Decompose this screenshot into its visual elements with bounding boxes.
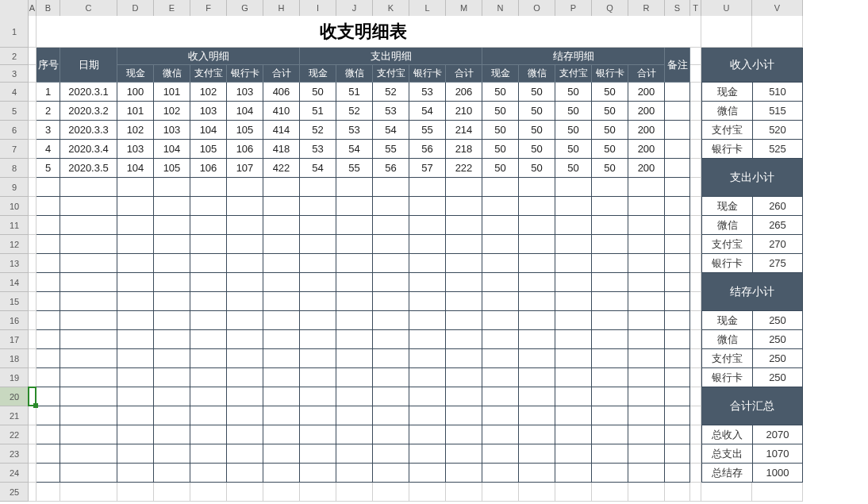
empty-17-2[interactable] <box>60 330 117 349</box>
cell-T5[interactable] <box>690 102 701 121</box>
cell-T10[interactable] <box>690 197 701 216</box>
data-exp-4-2[interactable]: 52 <box>373 83 409 102</box>
cell-T18[interactable] <box>690 349 701 368</box>
empty-19-6[interactable] <box>227 368 263 387</box>
empty-10-14[interactable] <box>519 197 555 216</box>
cell-J25[interactable] <box>336 483 373 502</box>
empty-21-17[interactable] <box>628 406 665 425</box>
cell-A18[interactable] <box>29 349 36 368</box>
col-head-R[interactable]: R <box>628 0 665 16</box>
row-head-25[interactable]: 25 <box>0 483 29 502</box>
empty-14-6[interactable] <box>227 273 263 292</box>
cell-A25[interactable] <box>29 483 36 502</box>
empty-23-11[interactable] <box>409 444 446 464</box>
data-remark-7[interactable] <box>665 140 690 159</box>
cell-A24[interactable] <box>29 464 36 483</box>
empty-11-7[interactable] <box>263 216 300 235</box>
empty-23-6[interactable] <box>227 444 263 464</box>
empty-10-10[interactable] <box>373 197 409 216</box>
empty-17-16[interactable] <box>592 330 628 349</box>
data-inc-6-4[interactable]: 414 <box>263 121 300 140</box>
empty-19-9[interactable] <box>336 368 373 387</box>
data-inc-7-0[interactable]: 103 <box>117 140 154 159</box>
empty-23-16[interactable] <box>592 444 628 464</box>
data-bal-8-4[interactable]: 200 <box>628 159 665 178</box>
cell-T23[interactable] <box>690 444 701 464</box>
empty-16-11[interactable] <box>409 311 446 330</box>
empty-14-14[interactable] <box>519 273 555 292</box>
empty-9-10[interactable] <box>373 178 409 197</box>
cell-V1[interactable] <box>752 16 803 48</box>
empty-17-3[interactable] <box>117 330 154 349</box>
data-remark-4[interactable] <box>665 83 690 102</box>
data-exp-7-4[interactable]: 218 <box>446 140 482 159</box>
empty-16-18[interactable] <box>665 311 690 330</box>
empty-9-4[interactable] <box>154 178 190 197</box>
data-exp-5-4[interactable]: 210 <box>446 102 482 121</box>
empty-21-10[interactable] <box>373 406 409 425</box>
empty-19-14[interactable] <box>519 368 555 387</box>
data-exp-7-2[interactable]: 55 <box>373 140 409 159</box>
empty-16-17[interactable] <box>628 311 665 330</box>
empty-15-10[interactable] <box>373 292 409 311</box>
empty-20-18[interactable] <box>665 387 690 406</box>
empty-20-5[interactable] <box>190 387 227 406</box>
cell-T13[interactable] <box>690 254 701 273</box>
empty-11-1[interactable] <box>36 216 60 235</box>
cell-A15[interactable] <box>29 292 36 311</box>
data-exp-5-0[interactable]: 51 <box>300 102 336 121</box>
row-head-22[interactable]: 22 <box>0 425 29 444</box>
empty-18-2[interactable] <box>60 349 117 368</box>
empty-17-13[interactable] <box>482 330 519 349</box>
data-date-7[interactable]: 2020.3.4 <box>60 140 117 159</box>
empty-11-13[interactable] <box>482 216 519 235</box>
empty-22-6[interactable] <box>227 425 263 444</box>
data-exp-4-0[interactable]: 50 <box>300 83 336 102</box>
empty-17-5[interactable] <box>190 330 227 349</box>
empty-17-11[interactable] <box>409 330 446 349</box>
data-inc-4-3[interactable]: 103 <box>227 83 263 102</box>
empty-17-1[interactable] <box>36 330 60 349</box>
col-head-T[interactable]: T <box>690 0 701 16</box>
empty-14-3[interactable] <box>117 273 154 292</box>
empty-19-11[interactable] <box>409 368 446 387</box>
empty-12-1[interactable] <box>36 235 60 254</box>
cell-F25[interactable] <box>190 483 227 502</box>
cell-T22[interactable] <box>690 425 701 444</box>
row-head-10[interactable]: 10 <box>0 197 29 216</box>
empty-14-18[interactable] <box>665 273 690 292</box>
empty-13-18[interactable] <box>665 254 690 273</box>
row-head-14[interactable]: 14 <box>0 273 29 292</box>
empty-11-18[interactable] <box>665 216 690 235</box>
empty-15-15[interactable] <box>555 292 592 311</box>
empty-15-3[interactable] <box>117 292 154 311</box>
empty-13-8[interactable] <box>300 254 336 273</box>
empty-16-4[interactable] <box>154 311 190 330</box>
empty-16-3[interactable] <box>117 311 154 330</box>
col-head-I[interactable]: I <box>300 0 336 16</box>
empty-14-11[interactable] <box>409 273 446 292</box>
empty-17-17[interactable] <box>628 330 665 349</box>
empty-15-8[interactable] <box>300 292 336 311</box>
empty-15-16[interactable] <box>592 292 628 311</box>
empty-20-16[interactable] <box>592 387 628 406</box>
empty-16-8[interactable] <box>300 311 336 330</box>
empty-23-4[interactable] <box>154 444 190 464</box>
cell-A17[interactable] <box>29 330 36 349</box>
data-bal-8-1[interactable]: 50 <box>519 159 555 178</box>
empty-24-4[interactable] <box>154 464 190 483</box>
cell-L25[interactable] <box>409 483 446 502</box>
empty-17-9[interactable] <box>336 330 373 349</box>
col-head-D[interactable]: D <box>117 0 154 16</box>
cell-T21[interactable] <box>690 406 701 425</box>
cell-I25[interactable] <box>300 483 336 502</box>
empty-9-7[interactable] <box>263 178 300 197</box>
empty-10-4[interactable] <box>154 197 190 216</box>
empty-23-9[interactable] <box>336 444 373 464</box>
empty-12-8[interactable] <box>300 235 336 254</box>
data-date-8[interactable]: 2020.3.5 <box>60 159 117 178</box>
empty-10-7[interactable] <box>263 197 300 216</box>
empty-13-2[interactable] <box>60 254 117 273</box>
empty-22-13[interactable] <box>482 425 519 444</box>
cell-T1[interactable] <box>690 16 701 48</box>
